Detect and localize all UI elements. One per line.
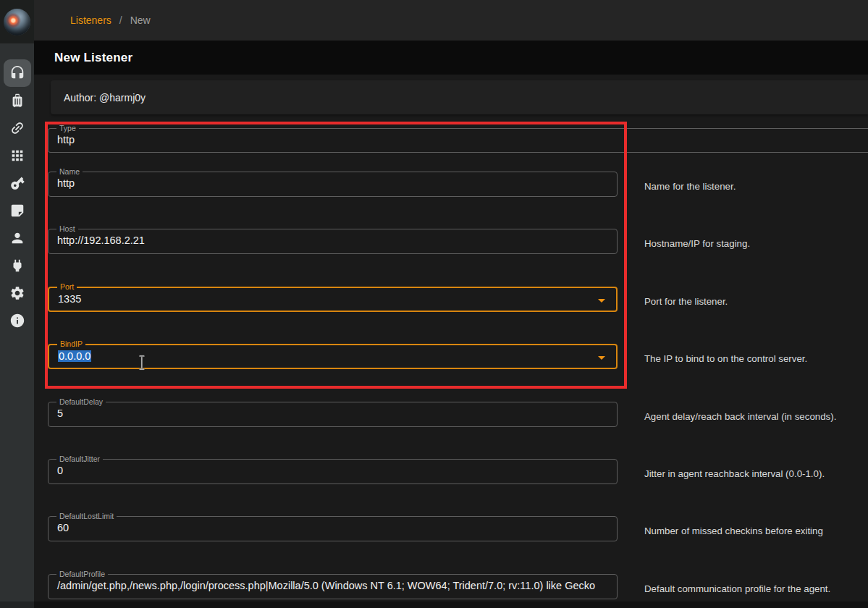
bindip-dropdown-caret-icon[interactable]	[598, 356, 605, 360]
field-row-host: Host http://192.168.2.21 Hostname/IP for…	[48, 229, 868, 286]
sidebar-item-plugins[interactable]	[4, 252, 31, 279]
defaultprofile-field-value: /admin/get.php,/news.php,/login/process.…	[49, 575, 617, 597]
field-rows: Name http Name for the listener. Host ht…	[48, 172, 868, 608]
field-row-port: Port 1335 Port for the listener.	[48, 287, 868, 344]
type-field[interactable]: Type http	[48, 128, 868, 153]
field-row-name: Name http Name for the listener.	[48, 172, 868, 229]
field-row-defaultjitter: DefaultJitter 0 Jitter in agent reachbac…	[48, 459, 868, 516]
bindip-field-label: BindIP	[57, 339, 85, 349]
defaultlostlimit-field[interactable]: DefaultLostLimit 60	[48, 516, 618, 541]
logo-block	[0, 0, 34, 43]
defaultlostlimit-field-value: 60	[49, 517, 617, 539]
defaultjitter-field[interactable]: DefaultJitter 0	[48, 459, 618, 484]
app-logo[interactable]	[4, 9, 30, 35]
field-row-defaultprofile: DefaultProfile /admin/get.php,/news.php,…	[48, 574, 868, 608]
author-text: Author: @harmj0y	[64, 92, 146, 104]
defaultlostlimit-field-label: DefaultLostLimit	[56, 512, 117, 521]
defaultjitter-field-value: 0	[49, 460, 617, 482]
name-field-value: http	[49, 172, 617, 195]
type-field-value: http	[49, 129, 868, 151]
title-bar: New Listener	[34, 41, 868, 75]
sidebar-item-credentials[interactable]	[4, 169, 31, 197]
defaultprofile-field-label: DefaultProfile	[56, 570, 108, 579]
defaultprofile-field[interactable]: DefaultProfile /admin/get.php,/news.php,…	[48, 574, 618, 599]
field-row-bindip: BindIP 0.0.0.0 The IP to bind to on the …	[48, 344, 868, 401]
defaultprofile-field-description: Default communication profile for the ag…	[644, 574, 830, 601]
port-field-label: Port	[57, 282, 77, 292]
name-field-label: Name	[56, 167, 83, 177]
type-row: Type http	[48, 128, 868, 153]
defaultdelay-field-description: Agent delay/reach back interval (in seco…	[644, 402, 836, 429]
port-field-description: Port for the listener.	[644, 287, 728, 314]
starkiller-new-listener-screen: Listeners / New New Listener Author: @ha…	[0, 0, 868, 608]
host-field[interactable]: Host http://192.168.2.21	[48, 229, 618, 254]
name-field-description: Name for the listener.	[644, 172, 736, 199]
gear-icon	[9, 285, 25, 301]
port-field-value: 1335	[49, 288, 616, 311]
defaultlostlimit-field-description: Number of missed checkins before exiting	[644, 516, 823, 544]
content: Author: @harmj0y Type http Name http Nam…	[34, 75, 868, 608]
headset-icon	[9, 65, 25, 81]
person-icon	[9, 230, 25, 246]
note-icon	[9, 203, 25, 219]
defaultdelay-field-value: 5	[49, 402, 617, 425]
top-bar: Listeners / New	[34, 0, 868, 41]
field-row-defaultlostlimit: DefaultLostLimit 60 Number of missed che…	[48, 516, 868, 573]
info-icon	[9, 313, 25, 329]
defaultdelay-field[interactable]: DefaultDelay 5	[48, 402, 618, 427]
host-field-description: Hostname/IP for staging.	[644, 229, 750, 256]
name-field[interactable]: Name http	[48, 172, 618, 197]
sidebar-item-agents[interactable]	[4, 114, 31, 142]
port-dropdown-caret-icon[interactable]	[598, 299, 605, 303]
breadcrumb-listeners-link[interactable]: Listeners	[70, 14, 111, 26]
host-field-label: Host	[56, 224, 78, 234]
host-field-value: http://192.168.2.21	[49, 229, 617, 252]
link-icon	[6, 117, 28, 139]
sidebar-item-modules[interactable]	[4, 142, 31, 169]
bindip-field[interactable]: BindIP 0.0.0.0	[48, 344, 618, 369]
defaultdelay-field-label: DefaultDelay	[56, 397, 106, 407]
defaultjitter-field-description: Jitter in agent reachback interval (0.0-…	[644, 459, 825, 486]
type-field-label: Type	[56, 124, 79, 133]
sidebar-item-about[interactable]	[4, 307, 31, 334]
defaultjitter-field-label: DefaultJitter	[56, 455, 103, 464]
sidebar-item-reporting[interactable]	[4, 197, 31, 224]
sidebar-item-settings[interactable]	[4, 279, 31, 307]
port-field[interactable]: Port 1335	[48, 287, 618, 312]
sidebar-item-listeners[interactable]	[4, 59, 31, 87]
author-panel: Author: @harmj0y	[51, 80, 868, 114]
sidebar-item-users[interactable]	[4, 224, 31, 252]
bindip-field-value-selected: 0.0.0.0	[58, 350, 91, 362]
sidebar	[0, 0, 34, 608]
grid-icon	[9, 148, 25, 164]
breadcrumb-current: New	[130, 14, 151, 26]
breadcrumb-separator: /	[119, 14, 122, 26]
plug-icon	[9, 258, 25, 274]
page-title: New Listener	[54, 51, 132, 65]
sidebar-item-stagers[interactable]	[4, 87, 31, 114]
field-row-defaultdelay: DefaultDelay 5 Agent delay/reach back in…	[48, 402, 868, 459]
bindip-field-description: The IP to bind to on the control server.	[644, 344, 807, 371]
briefcase-icon	[9, 93, 25, 109]
sidebar-nav	[0, 59, 34, 334]
breadcrumb: Listeners / New	[70, 14, 151, 26]
key-icon	[6, 172, 28, 194]
